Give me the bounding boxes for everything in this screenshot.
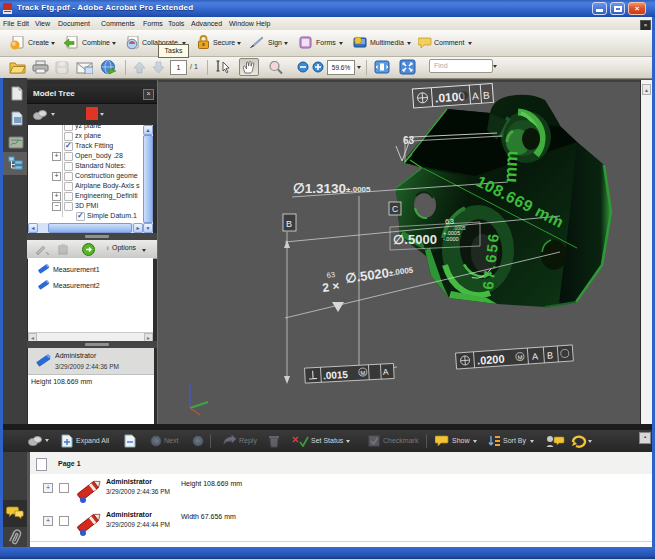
svg-text:C: C [392,204,398,214]
svg-text:63: 63 [403,135,415,146]
svg-text:M: M [360,370,365,376]
svg-text:A: A [383,367,390,377]
svg-text:.0015: .0015 [323,369,349,381]
svg-text:mm: mm [500,150,522,183]
svg-text:2 ×: 2 × [321,279,340,295]
svg-text:.0005: .0005 [453,225,466,231]
svg-text:B: B [483,90,491,101]
svg-text:.0200: .0200 [477,353,505,367]
svg-text:63: 63 [326,270,336,280]
svg-text:B: B [286,219,292,229]
svg-text:A: A [532,351,539,361]
svg-text:B: B [547,350,554,360]
svg-text:-.0000: -.0000 [443,236,459,242]
svg-text:M: M [517,354,522,360]
svg-text:∅.5000: ∅.5000 [393,232,437,247]
svg-text:A: A [472,90,480,101]
